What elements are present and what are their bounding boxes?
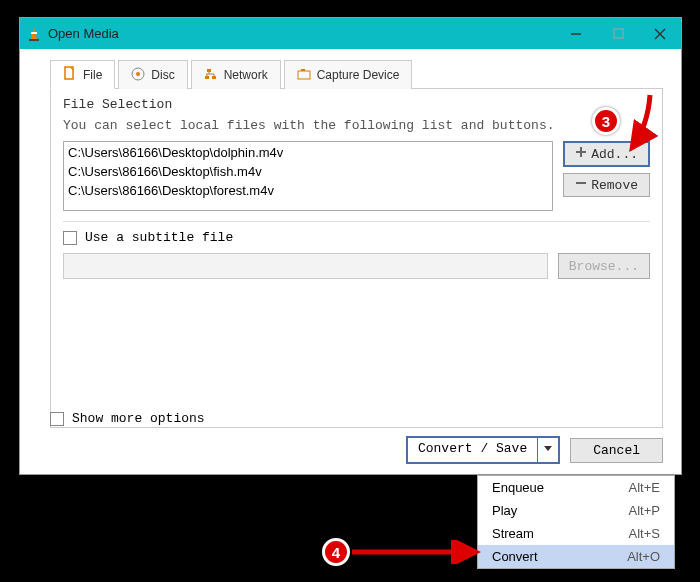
minimize-button[interactable] — [555, 18, 597, 49]
checkbox-label: Use a subtitle file — [85, 230, 233, 245]
tab-label: Disc — [151, 68, 174, 82]
svg-rect-1 — [31, 32, 37, 34]
menu-item-label: Convert — [492, 549, 627, 564]
subtitle-path-input — [63, 253, 548, 279]
svg-rect-2 — [29, 39, 39, 41]
tab-label: Capture Device — [317, 68, 400, 82]
annotation-arrow-4 — [350, 540, 490, 564]
menu-item-shortcut: Alt+E — [629, 480, 660, 495]
menu-item-label: Play — [492, 503, 629, 518]
menu-item-enqueue[interactable]: Enqueue Alt+E — [478, 476, 674, 499]
capture-icon — [297, 67, 311, 84]
dialog-button-bar: Convert / Save Cancel — [406, 436, 663, 464]
window-title: Open Media — [48, 26, 555, 41]
menu-item-label: Enqueue — [492, 480, 629, 495]
svg-rect-18 — [301, 69, 305, 71]
svg-rect-10 — [207, 69, 211, 72]
checkbox-label: Show more options — [72, 411, 205, 426]
menu-item-shortcut: Alt+S — [629, 526, 660, 541]
button-label: Cancel — [593, 443, 640, 458]
divider — [63, 221, 650, 222]
tab-label: File — [83, 68, 102, 82]
close-button[interactable] — [639, 18, 681, 49]
tab-network[interactable]: Network — [191, 60, 281, 89]
menu-item-label: Stream — [492, 526, 629, 541]
svg-rect-4 — [614, 29, 623, 38]
button-label: Browse... — [569, 259, 639, 274]
file-list-item[interactable]: C:\Users\86166\Desktop\fish.m4v — [68, 163, 548, 182]
button-label: Remove — [591, 178, 638, 193]
tab-file[interactable]: File — [50, 60, 115, 89]
convert-save-button[interactable]: Convert / Save — [406, 436, 560, 464]
disc-icon — [131, 67, 145, 84]
source-tabs: File Disc Network Capture Device — [20, 49, 681, 88]
menu-item-stream[interactable]: Stream Alt+S — [478, 522, 674, 545]
browse-subtitle-button: Browse... — [558, 253, 650, 279]
file-list-item[interactable]: C:\Users\86166\Desktop\dolphin.m4v — [68, 144, 548, 163]
vlc-cone-icon — [26, 26, 42, 42]
menu-item-shortcut: Alt+P — [629, 503, 660, 518]
svg-rect-12 — [212, 76, 216, 79]
tab-disc[interactable]: Disc — [118, 60, 187, 89]
dropdown-arrow-icon[interactable] — [537, 438, 558, 462]
svg-rect-11 — [205, 76, 209, 79]
convert-save-dropdown-menu: Enqueue Alt+E Play Alt+P Stream Alt+S Co… — [477, 475, 675, 569]
maximize-button[interactable] — [597, 18, 639, 49]
show-more-options-row: Show more options — [50, 411, 205, 426]
use-subtitle-row: Use a subtitle file — [63, 230, 650, 245]
tab-capture-device[interactable]: Capture Device — [284, 60, 413, 89]
svg-marker-22 — [544, 446, 552, 451]
annotation-badge-3: 3 — [592, 107, 620, 135]
menu-item-play[interactable]: Play Alt+P — [478, 499, 674, 522]
cancel-button[interactable]: Cancel — [570, 438, 663, 463]
file-list[interactable]: C:\Users\86166\Desktop\dolphin.m4v C:\Us… — [63, 141, 553, 211]
tab-label: Network — [224, 68, 268, 82]
titlebar: Open Media — [20, 18, 681, 49]
annotation-badge-4: 4 — [322, 538, 350, 566]
menu-item-shortcut: Alt+O — [627, 549, 660, 564]
file-selection-help: You can select local files with the foll… — [63, 118, 650, 133]
file-list-item[interactable]: C:\Users\86166\Desktop\forest.m4v — [68, 182, 548, 201]
open-media-dialog: Open Media File Disc — [19, 17, 682, 475]
show-more-options-checkbox[interactable] — [50, 412, 64, 426]
plus-icon — [575, 146, 587, 162]
minus-icon — [575, 177, 587, 193]
button-label: Convert / Save — [408, 438, 537, 462]
use-subtitle-checkbox[interactable] — [63, 231, 77, 245]
file-selection-label: File Selection — [63, 97, 650, 112]
svg-point-9 — [136, 72, 140, 76]
svg-rect-17 — [298, 71, 310, 79]
remove-file-button[interactable]: Remove — [563, 173, 650, 197]
menu-item-convert[interactable]: Convert Alt+O — [478, 545, 674, 568]
file-tab-panel: File Selection You can select local file… — [50, 88, 663, 428]
file-icon — [63, 66, 77, 83]
network-icon — [204, 67, 218, 84]
